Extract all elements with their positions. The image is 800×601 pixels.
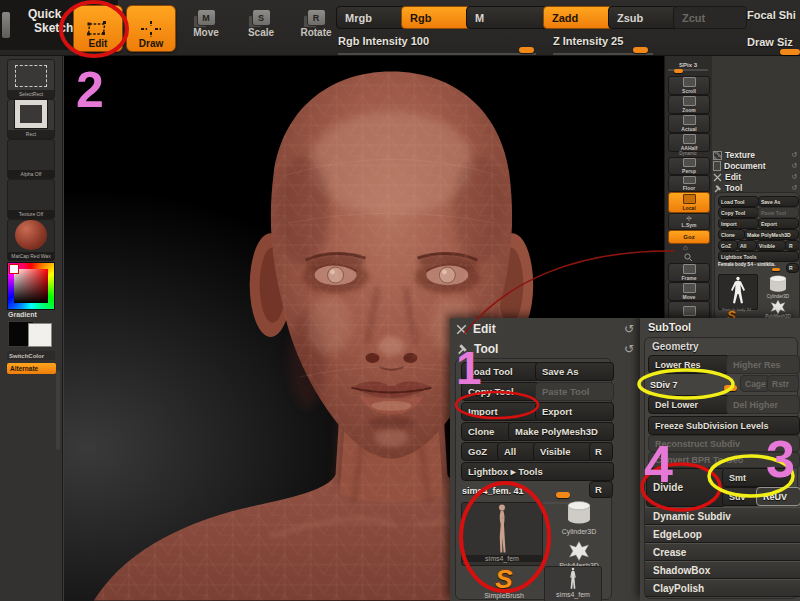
magnifier-icon[interactable] — [684, 253, 693, 262]
divide-button[interactable]: Divide — [646, 468, 726, 507]
spix-slider[interactable]: SPix 3 — [668, 62, 708, 71]
selectrect-brush-thumb[interactable]: SelectRect — [7, 59, 55, 99]
local-button[interactable]: Local — [668, 192, 710, 213]
move-shelf-button[interactable]: Move — [668, 282, 710, 301]
current-tool-thumb[interactable]: sims4_fem — [461, 502, 543, 566]
paste-tool-button[interactable]: Paste Tool — [535, 382, 614, 401]
alternate-button[interactable]: Alternate — [7, 363, 56, 374]
document-menu[interactable]: Document↺ — [713, 161, 799, 171]
switch-color-widget[interactable] — [8, 321, 54, 349]
mini-export-button[interactable]: Export — [758, 218, 799, 229]
reset-icon[interactable]: ↺ — [791, 151, 799, 159]
mini-clone-button[interactable]: Clone — [718, 229, 745, 240]
smt-button[interactable]: Smt — [722, 468, 792, 487]
reuv-button[interactable]: ReUV — [756, 487, 800, 506]
r2-button[interactable]: R — [589, 481, 613, 498]
secondary-color-swatch[interactable] — [28, 323, 52, 347]
alpha-off-thumb[interactable]: Alpha Off — [7, 139, 55, 179]
mini-all-button[interactable]: All — [737, 240, 757, 251]
del-lower-button[interactable]: Del Lower — [648, 395, 730, 414]
higher-res-button[interactable]: Higher Res — [726, 355, 800, 374]
mini-goz-button[interactable]: GoZ — [718, 240, 738, 251]
m-button[interactable]: M — [466, 6, 548, 29]
stroke-rect-thumb[interactable]: Rect — [7, 99, 55, 139]
edit-button[interactable]: Edit — [73, 5, 123, 52]
r-button[interactable]: R — [589, 442, 613, 461]
reset-icon[interactable]: ↺ — [791, 173, 799, 181]
crease-section[interactable]: Crease — [645, 543, 800, 561]
shelf-scrollbar[interactable] — [56, 370, 60, 450]
reconstruct-subdiv-button[interactable]: Reconstruct Subdiv — [648, 435, 800, 452]
shadowbox-section[interactable]: ShadowBox — [645, 561, 800, 579]
zoom-button[interactable]: Zoom — [668, 95, 710, 114]
copy-tool-button[interactable]: Copy Tool — [461, 382, 540, 401]
suv-button[interactable]: Suv — [722, 487, 760, 506]
mini-import-button[interactable]: Import — [718, 218, 759, 229]
focal-shift-slider[interactable]: Focal Shi — [747, 9, 796, 21]
mini-paste-tool-button[interactable]: Paste Tool — [758, 207, 799, 218]
zcut-button[interactable]: Zcut — [673, 6, 747, 29]
save-as-button[interactable]: Save As — [535, 362, 614, 381]
edgeloop-section[interactable]: EdgeLoop — [645, 525, 800, 543]
rgb-button[interactable]: Rgb — [401, 6, 471, 29]
aahalf-button[interactable]: AAHalf — [668, 133, 710, 152]
zadd-button[interactable]: Zadd — [543, 6, 613, 29]
mini-lightbox-button[interactable]: Lightbox Tools — [718, 251, 799, 262]
draw-size-knob[interactable] — [780, 49, 800, 55]
reset-icon[interactable]: ↺ — [624, 322, 634, 336]
mini-r-button[interactable]: R — [785, 240, 800, 251]
mini-r2-button[interactable]: R — [786, 263, 799, 273]
scroll-button[interactable]: Scroll — [668, 76, 710, 95]
simplebrush-thumb[interactable]: S SimpleBrush — [474, 566, 534, 600]
mini-save-as-button[interactable]: Save As — [758, 196, 799, 207]
texture-off-thumb[interactable]: Texture Off — [7, 179, 55, 219]
mini-thumb-female-body[interactable]: Female body S4 - — [718, 274, 758, 310]
convert-bpr-button[interactable]: Convert BPR To Geo — [648, 452, 800, 468]
color-picker[interactable] — [7, 262, 55, 310]
clone-button[interactable]: Clone — [461, 422, 513, 441]
load-tool-button[interactable]: Load Tool — [461, 362, 540, 381]
visible-button[interactable]: Visible — [533, 442, 594, 461]
cage-button[interactable]: Cage — [740, 375, 770, 392]
dynamic-subdiv-section[interactable]: Dynamic Subdiv — [645, 507, 800, 525]
z-intensity-slider[interactable]: Z Intensity 25 — [553, 31, 653, 53]
active-tool-slider[interactable]: sims4_fem. 41 — [462, 480, 586, 500]
mini-cylinder3d-thumb[interactable]: Cylinder3D — [761, 274, 795, 302]
mrgb-button[interactable]: Mrgb — [336, 6, 406, 29]
sdiv-knob[interactable] — [724, 385, 737, 391]
spix-knob[interactable] — [674, 69, 683, 73]
tool-palette-header[interactable]: Tool ↺ — [456, 340, 634, 357]
home-icon[interactable]: ⌂ — [683, 243, 688, 252]
mini-active-tool-slider[interactable]: Female body S4 - sintiklia. — [718, 262, 784, 272]
rgb-intensity-knob[interactable] — [519, 47, 534, 53]
frame-button[interactable]: Frame — [668, 263, 710, 282]
color-picker-square[interactable] — [14, 269, 48, 303]
lower-res-button[interactable]: Lower Res — [648, 355, 730, 374]
claypolish-section[interactable]: ClayPolish — [645, 579, 800, 597]
scale-button[interactable]: S Scale — [239, 9, 283, 38]
z-intensity-knob[interactable] — [633, 47, 648, 53]
geometry-header[interactable]: Geometry — [652, 341, 699, 352]
actual-button[interactable]: Actual — [668, 114, 710, 133]
all-button[interactable]: All — [497, 442, 538, 461]
move-button[interactable]: M Move — [184, 9, 228, 38]
mini-visible-button[interactable]: Visible — [756, 240, 786, 251]
mini-load-tool-button[interactable]: Load Tool — [718, 196, 759, 207]
export-button[interactable]: Export — [535, 402, 614, 421]
import-button[interactable]: Import — [461, 402, 540, 421]
goz-button[interactable]: GoZ — [461, 442, 502, 461]
reset-icon[interactable]: ↺ — [791, 162, 799, 170]
persp-button[interactable]: Persp — [668, 157, 710, 175]
switchcolor-button[interactable]: SwitchColor — [7, 351, 55, 360]
freeze-subdivision-button[interactable]: Freeze SubDivision Levels — [648, 416, 800, 435]
mini-copy-tool-button[interactable]: Copy Tool — [718, 207, 759, 218]
rotate-button[interactable]: R Rotate — [293, 9, 339, 38]
draw-size-slider[interactable]: Draw Siz — [747, 32, 800, 54]
mini-polymesh3d-thumb[interactable]: PolyMesh3D — [761, 300, 795, 319]
lsym-button[interactable]: •|•L.Sym — [668, 213, 710, 230]
cylinder3d-thumb[interactable]: Cylinder3D — [556, 498, 602, 540]
edit-palette-header[interactable]: Edit ↺ — [456, 321, 634, 337]
del-higher-button[interactable]: Del Higher — [726, 395, 800, 414]
texture-menu[interactable]: Texture↺ — [713, 150, 799, 160]
reset-icon[interactable]: ↺ — [791, 184, 799, 192]
